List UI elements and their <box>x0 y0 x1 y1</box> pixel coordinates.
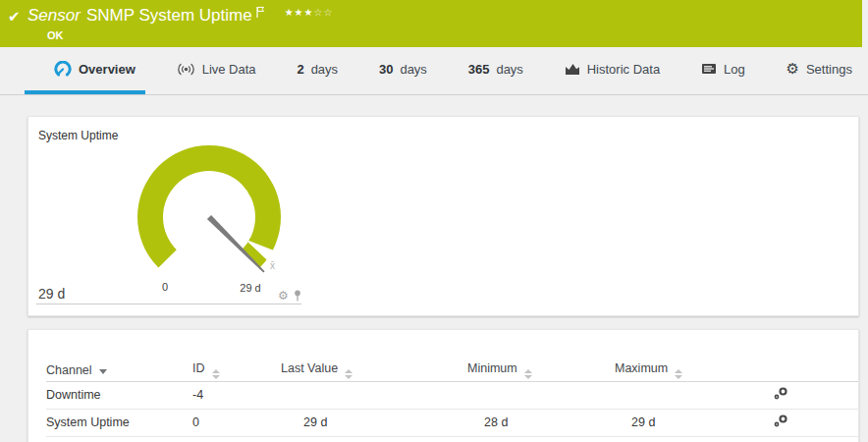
gauge-gear-icon[interactable]: ⚙ <box>278 290 289 302</box>
tab-live-data-label: Live Data <box>202 62 256 77</box>
channel-table-panel: Channel ID Last Value Minimum Maximum <box>27 329 859 442</box>
tab-365-days-label: days <box>496 62 522 77</box>
tab-settings[interactable]: ⚙ Settings <box>776 47 861 94</box>
gauge-last-value: 29 d <box>38 286 65 302</box>
sort-both-icon[interactable] <box>345 369 353 379</box>
tab-30-days-label: days <box>400 62 426 77</box>
sensor-title: Sensor SNMP System Uptime ★★★☆☆ <box>27 6 334 26</box>
status-badge: OK <box>47 29 64 41</box>
table-row-system-uptime[interactable]: System Uptime 0 29 d 28 d 29 d <box>46 409 858 436</box>
tab-log-label: Log <box>724 62 745 77</box>
column-header-channel-label: Channel <box>46 363 92 377</box>
gauge-scale-max: 29 d <box>224 282 277 294</box>
sort-both-icon[interactable] <box>524 369 532 379</box>
cell-minimum <box>467 381 615 409</box>
sensor-title-prefix: Sensor <box>27 6 81 26</box>
channel-table: Channel ID Last Value Minimum Maximum <box>46 359 858 437</box>
table-row-downtime[interactable]: Downtime -4 <box>46 381 858 409</box>
tab-2-days-label: days <box>311 62 338 77</box>
settings-gear-icon: ⚙ <box>786 62 798 77</box>
prtg-sensor-page: { "banner": { "check_icon": "✔", "title_… <box>0 0 868 442</box>
cell-id: 0 <box>192 409 281 436</box>
log-icon <box>701 63 717 75</box>
channel-table-header-row: Channel ID Last Value Minimum Maximum <box>46 359 858 381</box>
gauge-scale-min: 0 <box>149 281 181 293</box>
sensor-tabbar: Overview Live Data 2 days 30 days 365 da… <box>0 47 868 95</box>
column-header-last-value-label: Last Value <box>281 361 338 375</box>
live-data-icon <box>177 62 195 77</box>
tab-365-days-number: 365 <box>468 62 490 77</box>
tab-overview-label: Overview <box>79 62 136 77</box>
cell-maximum: 29 d <box>615 409 762 436</box>
tab-live-data[interactable]: Live Data <box>167 47 266 94</box>
column-header-minimum-label: Minimum <box>467 361 517 375</box>
column-header-id-label: ID <box>192 361 205 375</box>
tab-30-days[interactable]: 30 days <box>369 47 437 94</box>
ok-check-icon: ✔ <box>8 8 21 26</box>
channel-settings-gears-icon[interactable] <box>774 414 787 427</box>
cell-minimum: 28 d <box>467 409 615 436</box>
cell-id: -4 <box>192 381 281 409</box>
column-header-maximum-label: Maximum <box>615 361 668 375</box>
tab-30-days-number: 30 <box>379 62 393 77</box>
gauge-average-marker: x̄ <box>270 260 275 271</box>
sort-both-icon[interactable] <box>212 369 220 379</box>
tab-overview[interactable]: Overview <box>25 47 145 94</box>
gauge-panel: System Uptime x̄ 0 29 d 29 d ⚙ <box>27 116 859 316</box>
cell-maximum <box>615 381 762 409</box>
tab-log[interactable]: Log <box>691 47 755 94</box>
gauge-divider <box>36 304 301 304</box>
tab-2-days[interactable]: 2 days <box>287 47 348 94</box>
column-header-id[interactable]: ID <box>192 359 281 381</box>
sensor-title-name: SNMP System Uptime <box>86 6 252 26</box>
gauge-pin-icon[interactable] <box>293 290 302 302</box>
uptime-gauge <box>126 137 293 284</box>
column-header-last-value[interactable]: Last Value <box>281 359 467 381</box>
cell-channel[interactable]: System Uptime <box>46 409 192 436</box>
column-header-actions <box>762 359 858 381</box>
gauge-icon <box>54 61 72 78</box>
gauge-title: System Uptime <box>38 129 118 142</box>
historic-data-icon <box>565 62 580 76</box>
priority-stars-empty: ☆☆ <box>314 7 334 18</box>
channel-settings-gears-icon[interactable] <box>774 387 787 400</box>
cell-last-value: 29 d <box>281 409 467 436</box>
sort-desc-icon[interactable] <box>99 369 107 374</box>
tab-historic-data-label: Historic Data <box>587 62 660 77</box>
priority-stars[interactable]: ★★★☆☆ <box>285 7 334 18</box>
tab-2-days-number: 2 <box>297 62 303 77</box>
cell-channel[interactable]: Downtime <box>46 381 192 409</box>
sort-both-icon[interactable] <box>675 369 682 379</box>
tab-historic-data[interactable]: Historic Data <box>555 47 670 94</box>
tab-365-days[interactable]: 365 days <box>459 47 533 94</box>
flag-icon[interactable] <box>255 5 265 23</box>
gauge-widget-tools: ⚙ <box>278 290 302 302</box>
sensor-status-banner: ✔ Sensor SNMP System Uptime ★★★☆☆ OK <box>0 0 862 47</box>
tab-settings-label: Settings <box>806 62 852 77</box>
priority-stars-filled: ★★★ <box>285 7 314 18</box>
column-header-channel[interactable]: Channel <box>46 359 192 381</box>
cell-last-value <box>281 381 467 409</box>
column-header-maximum[interactable]: Maximum <box>615 359 762 381</box>
column-header-minimum[interactable]: Minimum <box>467 359 615 381</box>
